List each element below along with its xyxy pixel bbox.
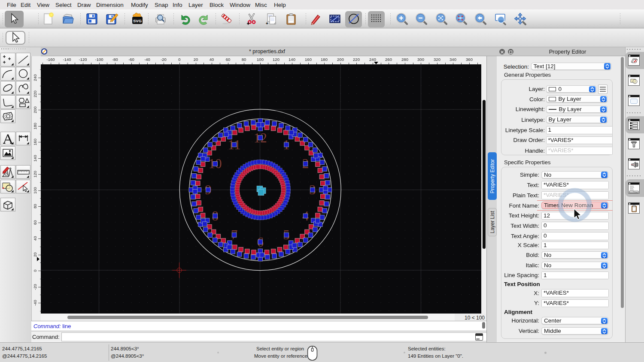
svg-text:SVG: SVG — [133, 18, 142, 23]
svg-text:+: + — [266, 21, 268, 26]
